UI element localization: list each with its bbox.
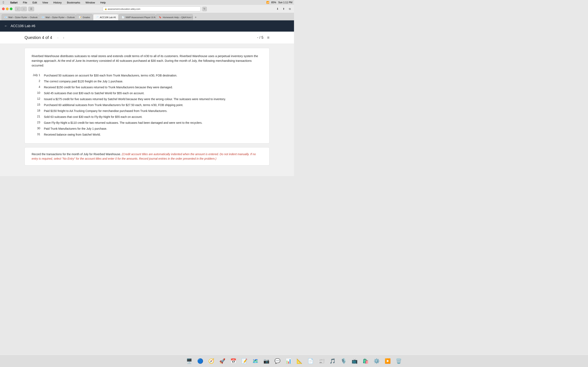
tab-label-mail-1: Mail – Dylan Ryder – Outlook: [8, 16, 38, 18]
instruction-card: Record the transactions for the month of…: [25, 147, 269, 166]
close-button[interactable]: [2, 8, 5, 10]
tab-add-button[interactable]: +: [193, 15, 198, 20]
transaction-desc: Sold 63 suitcases that cost $30 each to …: [44, 114, 262, 120]
minimize-button[interactable]: [6, 8, 9, 10]
addressbar-container: 🔒 assessment.education.wiley.com ↻: [36, 7, 274, 11]
tabs-bar: 📧 Mail – Dylan Ryder – Outlook 📧 Mail – …: [0, 13, 294, 20]
tab-favicon-mail-2: 📧: [42, 16, 44, 19]
tab-acc106[interactable]: 📄 ACC106 Lab #6: [93, 14, 118, 20]
transaction-date: 23: [32, 120, 44, 126]
instruction-prefix: Record the transactions for the month of…: [32, 152, 121, 156]
reload-button[interactable]: ↻: [202, 7, 207, 11]
tab-label-grades: Grades: [83, 16, 90, 18]
transaction-desc: Purchased 50 suitcases on account for $3…: [44, 73, 262, 78]
table-row: 23 Gave Fly-By-Night a $110 credit for t…: [32, 120, 262, 126]
addressbar-url: assessment.education.wiley.com: [108, 8, 140, 10]
wifi-icon: 📶: [266, 1, 269, 4]
menu-safari[interactable]: Safari: [9, 1, 19, 4]
tab-favicon-nwp: 📄: [121, 16, 124, 19]
menu-bar-left:  Safari File Edit View History Bookmark…: [2, 1, 107, 4]
traffic-lights: [2, 8, 12, 10]
app-header-title: ACC106 Lab #6: [11, 24, 35, 28]
transaction-desc: Gave Fly-By-Night a $110 credit for two …: [44, 120, 262, 126]
score-display: - / 5: [257, 35, 263, 40]
transaction-date: 21: [32, 114, 44, 120]
transaction-desc: Paid Trunk Manufacturers for the July 1 …: [44, 126, 262, 132]
transactions-table: July 1 Purchased 50 suitcases on account…: [32, 73, 262, 138]
menu-file[interactable]: File: [22, 1, 28, 4]
menu-bar:  Safari File Edit View History Bookmark…: [0, 0, 294, 5]
tab-label-nwp: NWP Assessment Player UI Ap...: [126, 16, 156, 18]
transaction-date: 15: [32, 102, 44, 108]
tab-label-homework: Homework Help – Q&A from O...: [163, 16, 193, 18]
transaction-date: July 1: [32, 73, 44, 78]
table-row: July 1 Purchased 50 suitcases on account…: [32, 73, 262, 78]
transaction-desc: Sold 45 suitcases that cost $30 each to …: [44, 90, 262, 96]
transaction-date: 12: [32, 96, 44, 102]
transaction-date: 31: [32, 132, 44, 138]
clock-display: Sun 1:11 PM: [278, 1, 292, 4]
forward-arrow[interactable]: ›: [21, 7, 27, 11]
menu-history[interactable]: History: [52, 1, 63, 4]
transaction-desc: The correct company paid $120 freight on…: [44, 78, 262, 84]
menu-bookmarks[interactable]: Bookmarks: [66, 1, 81, 4]
nav-arrows: ‹ ›: [15, 7, 27, 11]
tab-label-mail-2: Mail – Dylan Ryder – Outlook: [45, 16, 75, 18]
menu-edit[interactable]: Edit: [31, 1, 38, 4]
table-row: 4 Received $150 credit for five suitcase…: [32, 84, 262, 90]
menu-view[interactable]: View: [41, 1, 49, 4]
problem-card: Riverbed Warehouse distributes suitcases…: [25, 48, 269, 143]
transaction-desc: Received $150 credit for five suitcases …: [44, 84, 262, 90]
share-icon[interactable]: ⬆: [281, 7, 286, 11]
tab-mail-1[interactable]: 📧 Mail – Dylan Ryder – Outlook: [2, 14, 38, 20]
fullscreen-button[interactable]: [10, 8, 12, 10]
transaction-date: 30: [32, 126, 44, 132]
transaction-date: 18: [32, 108, 44, 114]
addressbar[interactable]: 🔒 assessment.education.wiley.com: [103, 7, 201, 11]
tab-favicon-grades: 📝: [79, 16, 81, 19]
transaction-date: 10: [32, 90, 44, 96]
question-nav: Question 4 of 4 ‹ › - / 5 ≡: [0, 32, 294, 44]
apple-menu[interactable]: : [2, 1, 5, 4]
download-icon[interactable]: ⬇: [275, 7, 280, 11]
question-next-button[interactable]: ›: [61, 35, 67, 41]
table-row: 31 Received balance owing from Satchel W…: [32, 132, 262, 138]
table-row: 15 Purchased 60 additional suitcases fro…: [32, 102, 262, 108]
question-prev-button[interactable]: ‹: [55, 35, 61, 41]
titlebar-right: ⬇ ⬆ ⧉: [275, 7, 292, 11]
app-header: ← ACC106 Lab #6: [0, 20, 294, 32]
menu-bar-right: 📶 85% Sun 1:11 PM: [266, 1, 292, 4]
transaction-date: 2: [32, 78, 44, 84]
transaction-desc: Paid $150 freight to AA Trucking Company…: [44, 108, 262, 114]
tab-grades[interactable]: 📝 Grades: [76, 14, 93, 20]
table-row: 12 Issued a $275 credit for five suitcas…: [32, 96, 262, 102]
tab-label-acc106: ACC106 Lab #6: [100, 16, 116, 18]
back-arrow[interactable]: ‹: [15, 7, 21, 11]
table-row: 10 Sold 45 suitcases that cost $30 each …: [32, 90, 262, 96]
sidebar-toggle[interactable]: ☰: [28, 7, 34, 11]
battery-display: 85%: [271, 1, 276, 4]
tab-nwp[interactable]: 📄 NWP Assessment Player UI Ap...: [119, 14, 156, 20]
tab-favicon-acc106: 📄: [96, 16, 99, 19]
transaction-desc: Received balance owing from Satchel Worl…: [44, 132, 262, 138]
transaction-desc: Issued a $275 credit for five suitcases …: [44, 96, 262, 102]
menu-window[interactable]: Window: [84, 1, 96, 4]
lock-icon: 🔒: [104, 8, 107, 10]
table-row: 21 Sold 63 suitcases that cost $30 each …: [32, 114, 262, 120]
transaction-date: 4: [32, 84, 44, 90]
main-content: Riverbed Warehouse distributes suitcases…: [0, 44, 294, 176]
tab-homework[interactable]: 🔖 Homework Help – Q&A from O...: [156, 14, 193, 20]
menu-help[interactable]: Help: [99, 1, 107, 4]
list-view-icon[interactable]: ≡: [267, 35, 269, 40]
instruction-text: Record the transactions for the month of…: [32, 152, 262, 161]
titlebar: ‹ › ☰ 🔒 assessment.education.wiley.com ↻…: [0, 5, 294, 13]
table-row: 18 Paid $150 freight to AA Trucking Comp…: [32, 108, 262, 114]
transaction-desc: Purchased 60 additional suitcases from T…: [44, 102, 262, 108]
app-back-button[interactable]: ←: [4, 24, 8, 28]
question-label: Question 4 of 4: [25, 35, 52, 40]
tab-mail-2[interactable]: 📧 Mail – Dylan Ryder – Outlook: [39, 14, 76, 20]
problem-intro: Riverbed Warehouse distributes suitcases…: [32, 54, 262, 68]
table-row: 2 The correct company paid $120 freight …: [32, 78, 262, 84]
table-row: 30 Paid Trunk Manufacturers for the July…: [32, 126, 262, 132]
tabs-icon[interactable]: ⧉: [287, 7, 292, 11]
